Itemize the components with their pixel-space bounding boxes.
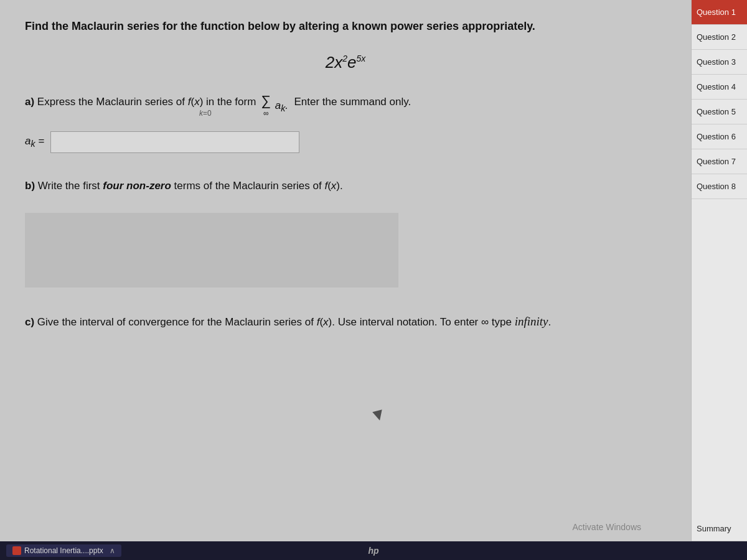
sigma-symbol: ∑ (261, 94, 271, 108)
taskbar-item-pptx[interactable]: Rotational Inertia....pptx ∧ (6, 544, 121, 557)
sidebar-item-question-3[interactable]: Question 3 (692, 50, 747, 75)
taskbar-chevron: ∧ (110, 546, 115, 555)
part-a-bold: a) (25, 96, 34, 108)
taskbar: Rotational Inertia....pptx ∧ hp (0, 541, 747, 560)
answer-line-a: ak = (25, 131, 666, 153)
sigma-sub-top: ∞ (263, 108, 269, 119)
infinity-text: infinity (515, 315, 548, 328)
sidebar-item-question-2[interactable]: Question 2 (692, 25, 747, 50)
part-b: b) Write the first four non-zero terms o… (25, 178, 666, 194)
activate-watermark: Activate Windows (573, 522, 641, 532)
sigma-block: ∑ ∞ (261, 94, 271, 119)
main-content: Find the Maclaurin series for the functi… (0, 0, 691, 541)
question-title: Find the Maclaurin series for the functi… (25, 19, 666, 34)
part-c-text: c) Give the interval of convergence for … (25, 316, 551, 328)
sidebar-item-question-5[interactable]: Question 5 (692, 100, 747, 124)
sigma-label: ak. (275, 98, 288, 116)
sidebar-item-summary[interactable]: Summary (692, 516, 747, 541)
taskbar-label: Rotational Inertia....pptx (24, 546, 103, 555)
hp-logo: hp (355, 541, 392, 560)
sidebar-spacer (692, 199, 747, 516)
sidebar-item-question-7[interactable]: Question 7 (692, 149, 747, 174)
title-text: Find the Maclaurin series for the functi… (25, 20, 535, 32)
part-b-answer-area (25, 213, 398, 287)
part-a: a) Express the Maclaurin series of f(x) … (25, 94, 666, 119)
part-a-label: a) Express the Maclaurin series of f(x) … (25, 96, 411, 108)
sidebar-item-question-1[interactable]: Question 1 (692, 0, 747, 25)
answer-input-a[interactable] (50, 131, 299, 153)
pptx-icon (12, 546, 21, 555)
sidebar-item-question-4[interactable]: Question 4 (692, 75, 747, 100)
sidebar: Question 1 Question 2 Question 3 Questio… (691, 0, 747, 541)
answer-label-a: ak = (25, 135, 44, 149)
summation-notation: ∑ ∞ ak. (259, 94, 288, 119)
sidebar-item-question-8[interactable]: Question 8 (692, 174, 747, 199)
sidebar-item-question-6[interactable]: Question 6 (692, 124, 747, 149)
part-c: c) Give the interval of convergence for … (25, 312, 666, 331)
function-display: 2x2e5x (25, 53, 666, 72)
part-b-text: b) Write the first four non-zero terms o… (25, 180, 343, 192)
four-non-zero: four non-zero (103, 180, 171, 192)
